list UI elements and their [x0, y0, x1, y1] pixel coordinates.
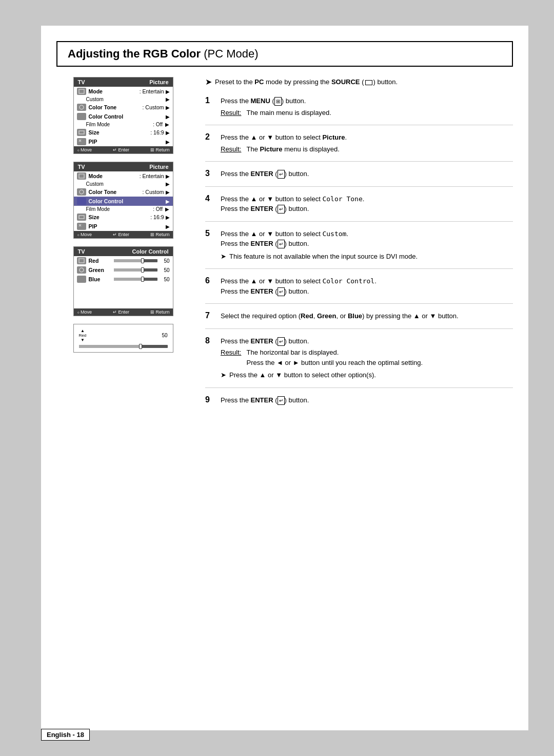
step8-result: Result: The horizontal bar is displayed.… [221, 347, 513, 367]
step-5: 5 Press the ▲ or ▼ button to select Cust… [205, 229, 513, 269]
menu2-icon-size [77, 214, 86, 221]
page-content: Adjusting the RGB Color (PC Mode) TV Pic… [41, 26, 528, 730]
svg-rect-5 [79, 216, 84, 219]
blue-slider-thumb [141, 277, 144, 282]
menu1-icon-size [77, 129, 86, 136]
enter-icon-6: ↵ [278, 287, 285, 296]
enter-icon-5: ↵ [278, 240, 285, 248]
menu2-footer: ⬦ Move ↵ Enter ⊞ Return [74, 231, 173, 238]
left-column: TV Picture Mode : Entertain ▶ Custom ▶ [56, 77, 200, 419]
step8-note: ➤ Press the ▲ or ▼ button to select othe… [221, 370, 513, 380]
menu1-icon-film [77, 104, 86, 111]
blue-slider-bar [114, 278, 157, 281]
enter-icon-8: ↵ [278, 337, 285, 346]
menu1-icon-pip [77, 138, 86, 145]
step-3: 3 Press the ENTER (↵) button. [205, 169, 513, 187]
small-slider-track [79, 345, 168, 348]
menu3-spacer3 [74, 300, 173, 308]
green-slider-bar [114, 268, 157, 272]
menu1-row-mode: Mode : Entertain ▶ [74, 87, 173, 96]
step-8: 8 Press the ENTER (↵) button. Result: Th… [205, 336, 513, 388]
menu1-header: TV Picture [74, 77, 173, 87]
menu3-spacer2 [74, 292, 173, 300]
step4-main: Press the ▲ or ▼ button to select Color … [221, 194, 513, 204]
menu-screenshot-2: TV Picture Mode : Entertain ▶ Custom ▶ [73, 162, 173, 239]
menu2-row-size: Size : 16:9 ▶ [74, 212, 173, 222]
menu3-spacer1 [74, 284, 173, 292]
step5-main: Press the ▲ or ▼ button to select Custom… [221, 229, 513, 239]
menu3-row-blue: Blue 50 [74, 275, 173, 284]
menu1-row-pip: PIP ▶ [74, 137, 173, 146]
main-layout: TV Picture Mode : Entertain ▶ Custom ▶ [41, 77, 528, 419]
menu2-header-left: TV [78, 164, 85, 170]
menu3-icon-green [77, 266, 86, 274]
step1-result: Result: The main menu is displayed. [221, 108, 513, 118]
menu-screenshot-3: TV Color Control Red 50 [73, 246, 173, 316]
step-9: 9 Press the ENTER (↵) button. [205, 395, 513, 413]
step-1: 1 Press the MENU (⊞) button. Result: The… [205, 96, 513, 125]
step9-main: Press the ENTER (↵) button. [221, 395, 513, 405]
small-slider-thumb [139, 344, 142, 349]
small-slider-bar [79, 345, 168, 348]
menu2-icon-pip [77, 223, 86, 230]
menu2-icon-colorcontrol [77, 198, 86, 205]
red-slider-fill [114, 259, 142, 262]
menu1-header-left: TV [78, 79, 85, 85]
svg-point-1 [80, 105, 84, 109]
menu1-footer: ⬦ Move ↵ Enter ⊞ Return [74, 146, 173, 153]
step8-main: Press the ENTER (↵) button. [221, 336, 513, 346]
menu3-icon-blue [77, 276, 86, 283]
step7-main: Select the required option (Red, Green, … [221, 311, 513, 321]
menu2-subrow-filmmode: Film Mode : Off ▶ [74, 206, 173, 212]
menu3-footer: ⬦ Move ↵ Enter ⊞ Return [74, 308, 173, 316]
footer-text: English - 18 [47, 731, 84, 739]
step6-main: Press the ▲ or ▼ button to select Color … [221, 276, 513, 286]
menu3-row-red: Red 50 [74, 256, 173, 265]
red-slider-thumb [141, 258, 144, 263]
menu2-header-right: Picture [149, 164, 168, 170]
menu1-icon-picture [77, 88, 86, 95]
menu2-row-colorcontrol: Color Control ▶ [74, 197, 173, 206]
step5-sub: Press the ENTER (↵) button. [221, 239, 513, 249]
menu-icon: ⊞ [274, 97, 282, 106]
menu2-row-pip: PIP ▶ [74, 222, 173, 231]
page-title: Adjusting the RGB Color (PC Mode) [68, 47, 502, 61]
preset-arrow: ➤ [205, 77, 212, 87]
page-footer: English - 18 [41, 729, 90, 741]
red-slider-bar [114, 259, 157, 262]
svg-rect-3 [79, 174, 84, 178]
title-bar: Adjusting the RGB Color (PC Mode) [56, 41, 513, 67]
step4-sub: Press the ENTER (↵) button. [221, 204, 513, 214]
menu1-row-size: Size : 16:9 ▶ [74, 128, 173, 137]
svg-point-4 [80, 190, 84, 194]
preset-text: Preset to the PC mode by pressing the SO… [215, 78, 398, 86]
small-slider-label: Red [79, 333, 87, 338]
menu2-header: TV Picture [74, 162, 173, 171]
menu2-row-colortone: Color Tone : Custom ▶ [74, 187, 173, 197]
right-column: ➤ Preset to the PC mode by pressing the … [200, 77, 513, 419]
menu1-subrow-custom: Custom ▶ [74, 96, 173, 103]
menu1-header-right: Picture [149, 79, 168, 85]
step3-main: Press the ENTER (↵) button. [221, 169, 513, 179]
blue-slider-fill [114, 278, 142, 281]
source-icon [365, 80, 372, 85]
slider-updown-icon: ▲ Red ▼ [79, 328, 87, 342]
menu1-subrow-filmmode: Film Mode : Off ▶ [74, 121, 173, 128]
step5-note: ➤ This feature is not available when the… [221, 251, 513, 262]
step1-main: Press the MENU (⊞) button. [221, 96, 513, 106]
small-slider-value: 50 [162, 333, 167, 338]
svg-rect-6 [79, 259, 84, 263]
step6-sub: Press the ENTER (↵) button. [221, 286, 513, 297]
menu2-icon-film [77, 188, 86, 196]
step2-main: Press the ▲ or ▼ button to select Pictur… [221, 132, 513, 143]
menu3-header: TV Color Control [74, 247, 173, 256]
enter-icon-4: ↵ [278, 205, 285, 214]
menu1-icon-empty1 [77, 113, 86, 120]
small-slider-fill [79, 345, 141, 348]
menu1-row-colortone: Color Tone : Custom ▶ [74, 103, 173, 112]
enter-icon-9: ↵ [278, 396, 285, 405]
menu2-icon-picture [77, 172, 86, 180]
small-slider-header: ▲ Red ▼ 50 [79, 328, 168, 342]
menu2-subrow-custom: Custom ▶ [74, 181, 173, 187]
svg-rect-0 [79, 89, 84, 93]
